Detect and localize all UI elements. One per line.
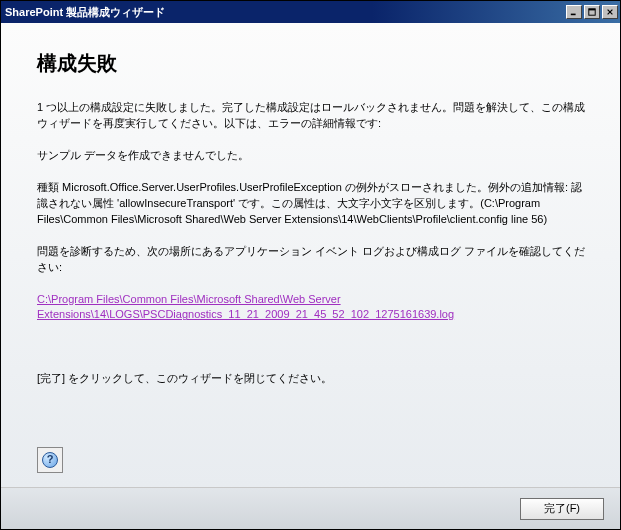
diagnostic-hint: 問題を診断するため、次の場所にあるアプリケーション イベント ログおよび構成ログ…	[37, 244, 590, 276]
minimize-icon	[570, 8, 578, 16]
titlebar: SharePoint 製品構成ウィザード	[1, 1, 620, 23]
error-exception-detail: 種類 Microsoft.Office.Server.UserProfiles.…	[37, 180, 590, 228]
close-instruction: [完了] をクリックして、このウィザードを閉じてください。	[37, 371, 590, 387]
finish-button[interactable]: 完了(F)	[520, 498, 604, 520]
error-sample-data: サンプル データを作成できませんでした。	[37, 148, 590, 164]
wizard-window: SharePoint 製品構成ウィザード 構成失敗 1 つ以上の構成設定に失敗し…	[0, 0, 621, 530]
window-title: SharePoint 製品構成ウィザード	[5, 5, 566, 20]
maximize-button[interactable]	[584, 5, 600, 19]
close-button[interactable]	[602, 5, 618, 19]
log-file-link[interactable]: C:\Program Files\Common Files\Microsoft …	[37, 293, 454, 321]
page-heading: 構成失敗	[37, 49, 590, 78]
svg-rect-0	[571, 14, 576, 16]
close-icon	[606, 8, 614, 16]
bottom-area: [完了] をクリックして、このウィザードを閉じてください。 ?	[37, 371, 590, 487]
footer: 完了(F)	[1, 487, 620, 529]
minimize-button[interactable]	[566, 5, 582, 19]
svg-rect-2	[589, 9, 595, 11]
error-summary: 1 つ以上の構成設定に失敗しました。完了した構成設定はロールバックされません。問…	[37, 100, 590, 132]
content-area: 構成失敗 1 つ以上の構成設定に失敗しました。完了した構成設定はロールバックされ…	[1, 23, 620, 487]
help-icon: ?	[42, 452, 58, 468]
help-button[interactable]: ?	[37, 447, 63, 473]
maximize-icon	[588, 8, 596, 16]
window-controls	[566, 5, 618, 19]
